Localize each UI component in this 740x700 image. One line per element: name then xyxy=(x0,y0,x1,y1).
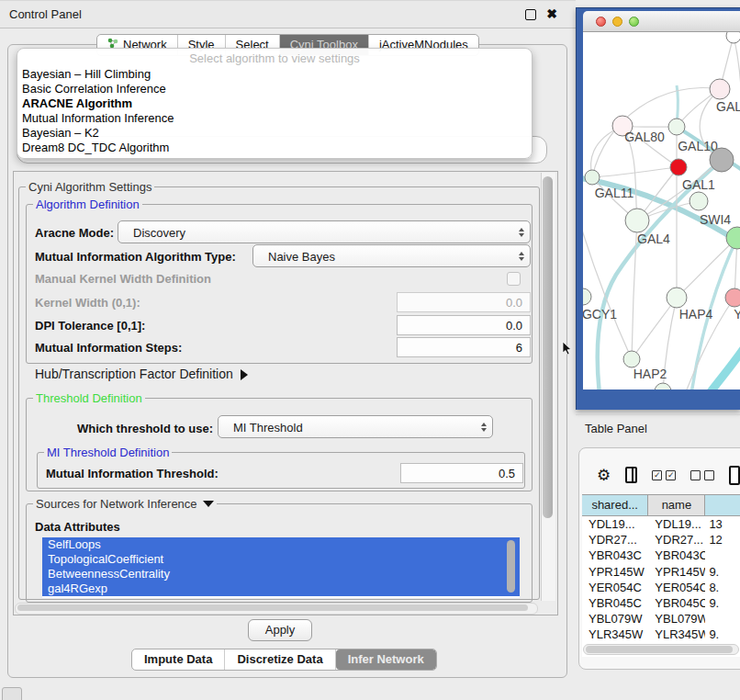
node-label-gal10: GAL10 xyxy=(678,139,718,153)
unchecked-box-icon xyxy=(704,470,714,480)
mi-steps-field[interactable]: 6 xyxy=(397,337,531,357)
cyni-settings-title: Cyni Algorithm Settings xyxy=(26,180,154,194)
network-node-y[interactable] xyxy=(725,288,740,307)
aracne-mode-value: Discovery xyxy=(133,226,185,240)
checked-box-icon: ✓ xyxy=(666,470,676,480)
column-header-shared-[interactable]: shared... xyxy=(582,495,648,515)
table-horizontal-scrollbar-thumb[interactable] xyxy=(586,646,733,653)
table-horizontal-scrollbar[interactable] xyxy=(583,644,739,655)
node-table: shared...name YDL19...YDL19...13YDR27...… xyxy=(582,494,740,657)
table-row[interactable]: YBR045CYBR045C9. xyxy=(582,595,740,611)
table-cell: 13 xyxy=(705,516,740,532)
table-panel-title: Table Panel xyxy=(585,422,647,435)
file-icon[interactable] xyxy=(729,466,740,485)
network-node-gal4[interactable] xyxy=(625,209,649,232)
kernel-width-field[interactable]: 0.0 xyxy=(397,292,531,312)
manual-kernel-checkbox[interactable] xyxy=(507,272,521,286)
network-node-gal[interactable] xyxy=(710,79,730,99)
table-row[interactable]: YLR345WYLR345W9. xyxy=(582,627,740,642)
network-graph[interactable]: GALGAL80GAL10GAL1GAL11GAL4SWI4GCY1HAP4YH… xyxy=(583,32,740,390)
table-row[interactable]: YER054CYER054C8. xyxy=(582,580,740,595)
table-row[interactable]: YPR145WYPR145W9. xyxy=(582,564,740,580)
network-node[interactable] xyxy=(670,159,687,175)
mi-threshold-field[interactable]: 0.5 xyxy=(400,463,523,483)
control-panel-title: Control Panel xyxy=(9,1,82,28)
split-view-icon[interactable] xyxy=(625,467,637,483)
mi-type-label: Mutual Information Algorithm Type: xyxy=(35,250,236,264)
table-row[interactable]: YDL19...YDL19...13 xyxy=(582,516,740,532)
aracne-mode-label: Aracne Mode: xyxy=(35,226,114,240)
network-canvas[interactable]: GALGAL80GAL10GAL1GAL11GAL4SWI4GCY1HAP4YH… xyxy=(583,32,740,390)
collapse-down-icon[interactable] xyxy=(203,501,214,507)
table-cell: YPR145W xyxy=(582,564,648,580)
gear-icon[interactable]: ⚙ xyxy=(597,468,611,483)
bottom-tab-impute-data[interactable]: Impute Data xyxy=(132,649,225,670)
dropdown-item-bayesian-k2[interactable]: Bayesian – K2 xyxy=(17,126,532,141)
dpi-tolerance-field[interactable]: 0.0 xyxy=(397,315,531,335)
dropdown-placeholder: Select algorithm to view settings xyxy=(17,51,532,67)
sources-title-text: Sources for Network Inference xyxy=(36,497,197,511)
network-node-gal1[interactable] xyxy=(690,192,708,210)
table-row[interactable]: YDR27...YDR27...12 xyxy=(582,532,740,548)
table-cell: 12 xyxy=(705,532,740,548)
hub-definition-toggle[interactable]: Hub/Transcription Factor Definition xyxy=(35,367,248,381)
dpi-tolerance-label: DPI Tolerance [0,1]: xyxy=(35,319,145,333)
network-node-gal11[interactable] xyxy=(585,170,600,185)
dropdown-item-bayesian-hill-climbing[interactable]: Bayesian – Hill Climbing xyxy=(17,67,532,82)
settings-vertical-scrollbar-thumb[interactable] xyxy=(543,176,553,518)
mi-type-combo[interactable]: Naive Bayes xyxy=(252,244,531,267)
network-node-hap2[interactable] xyxy=(623,351,640,367)
settings-horizontal-scrollbar[interactable] xyxy=(15,603,538,615)
attribute-item-gal4rgexp[interactable]: gal4RGexp xyxy=(42,581,520,596)
node-label-gal: GAL xyxy=(716,99,740,114)
combo-spinner-icon xyxy=(519,228,524,237)
network-node-gcy1[interactable] xyxy=(583,288,591,305)
collapsed-panel-icon[interactable] xyxy=(2,687,22,700)
dropdown-item-dream8-dc-tdc-algorithm[interactable]: Dream8 DC_TDC Algorithm xyxy=(17,141,532,155)
table-row[interactable]: YBR043CYBR043C xyxy=(582,548,740,563)
table-cell: YBR045C xyxy=(648,595,705,611)
float-window-icon[interactable] xyxy=(525,9,536,20)
network-view-window: GALGAL80GAL10GAL1GAL11GAL4SWI4GCY1HAP4YH… xyxy=(576,7,740,410)
bottom-tab-discretize-data[interactable]: Discretize Data xyxy=(225,649,335,670)
column-header-2[interactable] xyxy=(705,495,740,515)
which-threshold-value: MI Threshold xyxy=(233,421,303,435)
close-icon[interactable]: ✖ xyxy=(546,6,557,22)
network-node-hap4[interactable] xyxy=(667,288,687,308)
close-traffic-light-icon[interactable] xyxy=(596,17,606,27)
algorithm-dropdown-popup: Select algorithm to view settings Bayesi… xyxy=(17,48,533,159)
network-node-gal10[interactable] xyxy=(668,119,685,135)
network-node[interactable] xyxy=(655,383,671,390)
network-node[interactable] xyxy=(726,32,740,43)
dropdown-item-mutual-information-inference[interactable]: Mutual Information Inference xyxy=(17,111,532,126)
aracne-mode-combo[interactable]: Discovery xyxy=(118,220,531,243)
unchecked-box-icon xyxy=(690,470,701,480)
table-row[interactable]: YBL079WYBL079W xyxy=(582,611,740,627)
attributes-scrollbar-thumb[interactable] xyxy=(507,540,515,593)
table-cell: YDL19... xyxy=(582,516,648,532)
bottom-tab-infer-network[interactable]: Infer Network xyxy=(336,649,436,670)
screen: Control Panel ✖ NetworkStyleSelectCyni T… xyxy=(0,0,740,700)
apply-button[interactable]: Apply xyxy=(248,619,312,641)
minimize-traffic-light-icon[interactable] xyxy=(612,17,622,27)
settings-horizontal-scrollbar-thumb[interactable] xyxy=(17,604,528,611)
table-cell: YDL19... xyxy=(648,516,705,532)
node-label-hap2: HAP2 xyxy=(633,367,667,381)
column-header-name[interactable]: name xyxy=(648,495,705,515)
dropdown-item-aracne-algorithm[interactable]: ARACNE Algorithm xyxy=(17,96,532,111)
dropdown-item-basic-correlation-inference[interactable]: Basic Correlation Inference xyxy=(17,82,532,96)
attribute-item-selfloops[interactable]: SelfLoops xyxy=(42,537,520,552)
attribute-item-betweennesscentrality[interactable]: BetweennessCentrality xyxy=(42,567,520,581)
deselect-all-icon[interactable] xyxy=(690,470,714,480)
attribute-item-topologicalcoefficient[interactable]: TopologicalCoefficient xyxy=(42,552,520,567)
network-window-titlebar[interactable] xyxy=(583,11,740,32)
node-label-gal80: GAL80 xyxy=(624,130,665,144)
node-label-gal4: GAL4 xyxy=(637,231,670,246)
threshold-definition-title: Threshold Definition xyxy=(33,391,145,405)
zoom-traffic-light-icon[interactable] xyxy=(629,17,639,27)
sources-title[interactable]: Sources for Network Inference xyxy=(33,497,217,511)
expand-right-icon[interactable] xyxy=(241,369,248,380)
select-all-icon[interactable]: ✓✓ xyxy=(652,470,676,480)
network-node[interactable] xyxy=(710,148,734,172)
which-threshold-combo[interactable]: MI Threshold xyxy=(218,415,493,438)
